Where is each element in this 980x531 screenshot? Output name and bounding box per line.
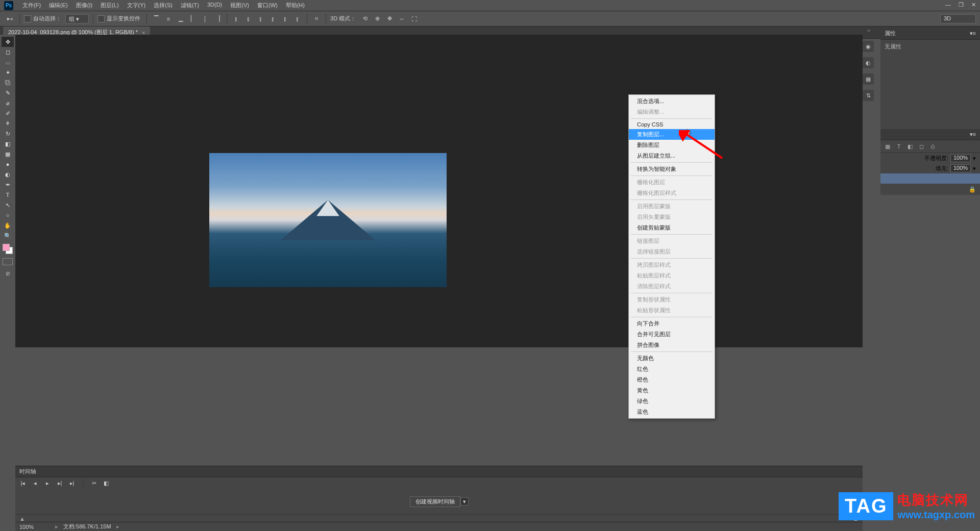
align-vcenter-icon[interactable]: ≡ xyxy=(163,14,174,24)
close-button[interactable]: ✕ xyxy=(967,0,980,9)
context-menu-item[interactable]: 绿色 xyxy=(629,396,715,407)
opacity-caret-icon[interactable]: ▾ xyxy=(973,155,976,162)
menu-item[interactable]: 滤镜(T) xyxy=(177,0,203,11)
transition-icon[interactable]: ◧ xyxy=(103,479,110,487)
context-menu-item[interactable]: 红色 xyxy=(629,364,715,374)
show-transform-checkbox[interactable] xyxy=(97,15,105,22)
menu-item[interactable]: 选择(S) xyxy=(150,0,177,11)
slide-icon[interactable]: ↔ xyxy=(397,14,407,24)
wand-tool[interactable]: ✦ xyxy=(2,67,14,78)
create-timeline-button[interactable]: 创建视频时间轴 xyxy=(410,496,460,507)
document-canvas[interactable] xyxy=(209,153,447,287)
menu-item[interactable]: 视图(V) xyxy=(226,0,253,11)
distribute-right-icon[interactable]: ⫿ xyxy=(292,14,303,24)
lasso-tool[interactable]: ⌓ xyxy=(2,57,14,67)
menu-item[interactable]: 编辑(E) xyxy=(45,0,72,11)
scale-icon[interactable]: ⛶ xyxy=(409,14,419,24)
align-hcenter-icon[interactable]: │ xyxy=(200,14,210,24)
text-tool[interactable]: T xyxy=(2,190,14,200)
mute-icon[interactable]: ✂ xyxy=(90,479,97,487)
path-tool[interactable]: ↖ xyxy=(2,200,14,210)
eraser-tool[interactable]: ◧ xyxy=(2,139,14,149)
menu-item[interactable]: 文字(Y) xyxy=(123,0,150,11)
heal-tool[interactable]: ⌀ xyxy=(2,98,14,108)
context-menu-item[interactable]: 合并可见图层 xyxy=(629,329,715,340)
fill-input[interactable]: 100% xyxy=(950,164,971,172)
dock-expand-icon[interactable]: » xyxy=(863,27,875,34)
menu-item[interactable]: 图像(I) xyxy=(72,0,96,11)
context-menu-item[interactable]: 向下合并 xyxy=(629,318,715,329)
gradient-tool[interactable]: ▦ xyxy=(2,149,14,159)
create-timeline-caret[interactable]: ▾ xyxy=(460,497,469,505)
color-panel-icon[interactable]: ◐ xyxy=(863,57,874,68)
goto-first-frame-icon[interactable]: |◂ xyxy=(19,479,27,487)
menu-item[interactable]: 窗口(W) xyxy=(253,0,282,11)
quick-mask-mode[interactable] xyxy=(3,258,13,265)
context-menu-item[interactable]: 创建剪贴蒙版 xyxy=(629,222,715,233)
context-menu-item[interactable]: 黄色 xyxy=(629,385,715,396)
move-tool[interactable]: ✥ xyxy=(2,37,14,47)
filter-shape-icon[interactable]: ◻ xyxy=(917,142,925,150)
distribute-left-icon[interactable]: ⫿ xyxy=(268,14,278,24)
history-panel-icon[interactable]: ◉ xyxy=(863,41,874,52)
context-menu-item[interactable]: Copy CSS xyxy=(629,120,715,129)
align-left-icon[interactable]: ▏ xyxy=(188,14,198,24)
auto-align-icon[interactable]: ⌗ xyxy=(311,14,322,24)
opacity-input[interactable]: 100% xyxy=(950,154,971,162)
context-menu-item[interactable]: 删除图层 xyxy=(629,140,715,150)
properties-panel-header[interactable]: 属性 ▾≡ xyxy=(880,28,980,40)
dodge-tool[interactable]: ◐ xyxy=(2,169,14,180)
hand-tool[interactable]: ✋ xyxy=(2,220,14,231)
canvas-area[interactable] xyxy=(15,35,863,347)
marquee-tool[interactable]: ◻ xyxy=(2,47,14,57)
timeline-header[interactable]: 时间轴 xyxy=(15,466,863,477)
distribute-top-icon[interactable]: ⫿ xyxy=(231,14,241,24)
panel-menu-icon[interactable]: ▾≡ xyxy=(970,131,976,138)
context-menu-item[interactable]: 拼合图像 xyxy=(629,340,715,350)
distribute-bottom-icon[interactable]: ⫿ xyxy=(256,14,266,24)
swatches-panel-icon[interactable]: ▦ xyxy=(863,73,874,85)
screen-mode-icon[interactable]: ⎚ xyxy=(2,268,14,279)
filter-kind-icon[interactable]: ▦ xyxy=(884,142,892,150)
minimize-button[interactable]: — xyxy=(942,0,954,9)
eyedropper-tool[interactable]: ✎ xyxy=(2,88,14,98)
next-frame-icon[interactable]: ▸| xyxy=(56,479,63,487)
mountain-icon[interactable]: ▲ xyxy=(19,516,25,522)
foreground-color-swatch[interactable] xyxy=(3,244,10,251)
brush-tool[interactable]: ✐ xyxy=(2,108,14,118)
prev-frame-icon[interactable]: ◂ xyxy=(32,479,39,487)
stamp-tool[interactable]: ⚘ xyxy=(2,118,14,129)
crop-tool[interactable]: ⿻ xyxy=(2,78,14,88)
zoom-tool[interactable]: 🔍 xyxy=(2,231,14,241)
zoom-caret-icon[interactable]: ▸ xyxy=(55,523,58,530)
menu-item[interactable]: 文件(F) xyxy=(18,0,45,11)
workspace-dropdown[interactable]: 3D xyxy=(940,14,976,23)
pan-icon[interactable]: ✥ xyxy=(384,14,395,24)
align-bottom-icon[interactable]: ▁ xyxy=(176,14,186,24)
fill-caret-icon[interactable]: ▾ xyxy=(973,165,976,172)
menu-item[interactable]: 3D(D) xyxy=(203,0,226,11)
info-caret-icon[interactable]: ▸ xyxy=(116,523,119,530)
layer-background-row[interactable]: 🔒 xyxy=(880,184,980,195)
auto-select-dropdown[interactable]: 组 ▾ xyxy=(65,14,89,23)
filter-pixel-icon[interactable]: T xyxy=(895,142,903,150)
layer-row-selected[interactable] xyxy=(880,173,980,184)
align-top-icon[interactable]: ▔ xyxy=(151,14,161,24)
shape-tool[interactable]: ○ xyxy=(2,210,14,220)
context-menu-item[interactable]: 复制图层... xyxy=(629,129,715,140)
context-menu-item[interactable]: 橙色 xyxy=(629,374,715,385)
filter-smart-icon[interactable]: ⎙ xyxy=(928,142,937,150)
context-menu-item[interactable]: 混合选项... xyxy=(629,96,715,107)
zoom-level[interactable]: 100% xyxy=(19,524,50,530)
color-swatches[interactable] xyxy=(3,244,13,254)
roll-icon[interactable]: ⊕ xyxy=(372,14,382,24)
panel-menu-icon[interactable]: ▾≡ xyxy=(970,30,976,37)
menu-item[interactable]: 图层(L) xyxy=(96,0,122,11)
context-menu-item[interactable]: 无颜色 xyxy=(629,353,715,364)
distribute-vcenter-icon[interactable]: ⫿ xyxy=(243,14,254,24)
context-menu-item[interactable]: 转换为智能对象 xyxy=(629,164,715,174)
history-brush-tool[interactable]: ↻ xyxy=(2,129,14,139)
orbit-icon[interactable]: ⟲ xyxy=(360,14,370,24)
pen-tool[interactable]: ✒ xyxy=(2,180,14,190)
goto-last-frame-icon[interactable]: ▸| xyxy=(68,479,76,487)
